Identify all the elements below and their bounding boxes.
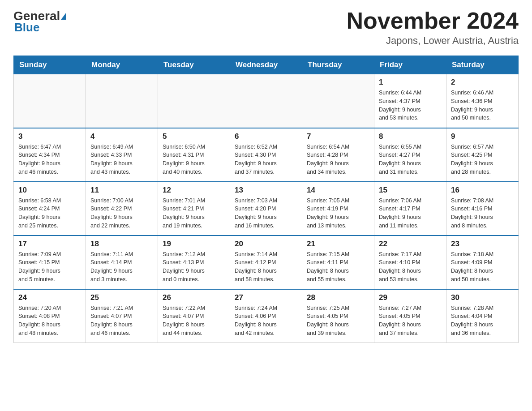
day-number: 19 xyxy=(163,240,225,248)
day-info: Sunrise: 7:28 AM Sunset: 4:04 PM Dayligh… xyxy=(451,304,514,338)
day-number: 2 xyxy=(451,78,514,87)
calendar-cell: 20Sunrise: 7:14 AM Sunset: 4:12 PM Dayli… xyxy=(230,235,302,289)
calendar-cell: 26Sunrise: 7:22 AM Sunset: 4:07 PM Dayli… xyxy=(158,289,230,343)
day-info: Sunrise: 6:58 AM Sunset: 4:24 PM Dayligh… xyxy=(18,197,81,230)
logo-blue: Blue xyxy=(13,21,39,34)
calendar-cell: 30Sunrise: 7:28 AM Sunset: 4:04 PM Dayli… xyxy=(446,289,519,343)
calendar-cell: 14Sunrise: 7:05 AM Sunset: 4:19 PM Dayli… xyxy=(302,182,374,235)
calendar-week-row: 3Sunrise: 6:47 AM Sunset: 4:34 PM Daylig… xyxy=(14,128,519,182)
calendar-cell: 10Sunrise: 6:58 AM Sunset: 4:24 PM Dayli… xyxy=(14,182,86,235)
day-info: Sunrise: 7:11 AM Sunset: 4:14 PM Dayligh… xyxy=(90,250,153,284)
day-number: 12 xyxy=(163,186,225,195)
calendar-cell: 19Sunrise: 7:12 AM Sunset: 4:13 PM Dayli… xyxy=(158,235,230,289)
weekday-header-sunday: Sunday xyxy=(14,56,86,74)
day-info: Sunrise: 6:52 AM Sunset: 4:30 PM Dayligh… xyxy=(235,143,297,176)
day-info: Sunrise: 7:00 AM Sunset: 4:22 PM Dayligh… xyxy=(90,197,153,230)
calendar-cell: 21Sunrise: 7:15 AM Sunset: 4:11 PM Dayli… xyxy=(302,235,374,289)
day-info: Sunrise: 7:09 AM Sunset: 4:15 PM Dayligh… xyxy=(18,250,81,284)
calendar-cell: 25Sunrise: 7:21 AM Sunset: 4:07 PM Dayli… xyxy=(86,289,158,343)
calendar-week-row: 17Sunrise: 7:09 AM Sunset: 4:15 PM Dayli… xyxy=(14,235,519,289)
calendar-cell xyxy=(14,74,86,128)
calendar-cell xyxy=(86,74,158,128)
day-info: Sunrise: 7:14 AM Sunset: 4:12 PM Dayligh… xyxy=(235,250,297,284)
calendar-cell: 7Sunrise: 6:54 AM Sunset: 4:28 PM Daylig… xyxy=(302,128,374,182)
calendar-cell: 12Sunrise: 7:01 AM Sunset: 4:21 PM Dayli… xyxy=(158,182,230,235)
calendar-cell: 5Sunrise: 6:50 AM Sunset: 4:31 PM Daylig… xyxy=(158,128,230,182)
day-info: Sunrise: 7:06 AM Sunset: 4:17 PM Dayligh… xyxy=(379,197,442,230)
day-number: 21 xyxy=(307,240,369,248)
calendar-cell: 4Sunrise: 6:49 AM Sunset: 4:33 PM Daylig… xyxy=(86,128,158,182)
day-number: 20 xyxy=(235,240,297,248)
day-number: 10 xyxy=(18,186,81,195)
day-number: 27 xyxy=(235,293,297,302)
day-info: Sunrise: 7:05 AM Sunset: 4:19 PM Dayligh… xyxy=(307,197,369,230)
day-number: 11 xyxy=(90,186,153,195)
calendar-cell: 15Sunrise: 7:06 AM Sunset: 4:17 PM Dayli… xyxy=(374,182,446,235)
calendar-cell: 17Sunrise: 7:09 AM Sunset: 4:15 PM Dayli… xyxy=(14,235,86,289)
day-number: 25 xyxy=(90,293,153,302)
calendar-week-row: 10Sunrise: 6:58 AM Sunset: 4:24 PM Dayli… xyxy=(14,182,519,235)
day-info: Sunrise: 7:22 AM Sunset: 4:07 PM Dayligh… xyxy=(163,304,225,338)
header: General Blue November 2024 Japons, Lower… xyxy=(13,9,519,47)
calendar-cell: 13Sunrise: 7:03 AM Sunset: 4:20 PM Dayli… xyxy=(230,182,302,235)
calendar-cell: 18Sunrise: 7:11 AM Sunset: 4:14 PM Dayli… xyxy=(86,235,158,289)
calendar-cell: 23Sunrise: 7:18 AM Sunset: 4:09 PM Dayli… xyxy=(446,235,519,289)
day-number: 26 xyxy=(163,293,225,302)
day-info: Sunrise: 6:54 AM Sunset: 4:28 PM Dayligh… xyxy=(307,143,369,176)
day-number: 24 xyxy=(18,293,81,302)
weekday-header-monday: Monday xyxy=(86,56,158,74)
day-info: Sunrise: 7:01 AM Sunset: 4:21 PM Dayligh… xyxy=(163,197,225,230)
weekday-header-wednesday: Wednesday xyxy=(230,56,302,74)
weekday-header-saturday: Saturday xyxy=(446,56,519,74)
day-info: Sunrise: 6:46 AM Sunset: 4:36 PM Dayligh… xyxy=(451,89,514,122)
calendar-cell: 6Sunrise: 6:52 AM Sunset: 4:30 PM Daylig… xyxy=(230,128,302,182)
day-number: 9 xyxy=(451,132,514,141)
day-info: Sunrise: 6:47 AM Sunset: 4:34 PM Dayligh… xyxy=(18,143,81,176)
calendar-cell: 2Sunrise: 6:46 AM Sunset: 4:36 PM Daylig… xyxy=(446,74,519,128)
calendar-week-row: 1Sunrise: 6:44 AM Sunset: 4:37 PM Daylig… xyxy=(14,74,519,128)
day-info: Sunrise: 7:15 AM Sunset: 4:11 PM Dayligh… xyxy=(307,250,369,284)
calendar-cell: 22Sunrise: 7:17 AM Sunset: 4:10 PM Dayli… xyxy=(374,235,446,289)
calendar-cell: 3Sunrise: 6:47 AM Sunset: 4:34 PM Daylig… xyxy=(14,128,86,182)
day-number: 16 xyxy=(451,186,514,195)
day-info: Sunrise: 6:50 AM Sunset: 4:31 PM Dayligh… xyxy=(163,143,225,176)
calendar-cell: 24Sunrise: 7:20 AM Sunset: 4:08 PM Dayli… xyxy=(14,289,86,343)
calendar-cell: 9Sunrise: 6:57 AM Sunset: 4:25 PM Daylig… xyxy=(446,128,519,182)
day-number: 3 xyxy=(18,132,81,141)
day-number: 6 xyxy=(235,132,297,141)
day-number: 5 xyxy=(163,132,225,141)
calendar-cell: 29Sunrise: 7:27 AM Sunset: 4:05 PM Dayli… xyxy=(374,289,446,343)
calendar-table: SundayMondayTuesdayWednesdayThursdayFrid… xyxy=(13,56,519,343)
weekday-header-tuesday: Tuesday xyxy=(158,56,230,74)
day-info: Sunrise: 6:55 AM Sunset: 4:27 PM Dayligh… xyxy=(379,143,442,176)
day-info: Sunrise: 6:44 AM Sunset: 4:37 PM Dayligh… xyxy=(379,89,442,122)
day-number: 23 xyxy=(451,240,514,248)
day-number: 14 xyxy=(307,186,369,195)
calendar-cell: 1Sunrise: 6:44 AM Sunset: 4:37 PM Daylig… xyxy=(374,74,446,128)
day-info: Sunrise: 7:03 AM Sunset: 4:20 PM Dayligh… xyxy=(235,197,297,230)
calendar-week-row: 24Sunrise: 7:20 AM Sunset: 4:08 PM Dayli… xyxy=(14,289,519,343)
day-number: 7 xyxy=(307,132,369,141)
day-info: Sunrise: 7:21 AM Sunset: 4:07 PM Dayligh… xyxy=(90,304,153,338)
month-year-title: November 2024 xyxy=(347,9,519,32)
calendar-cell xyxy=(230,74,302,128)
weekday-header-friday: Friday xyxy=(374,56,446,74)
title-area: November 2024 Japons, Lower Austria, Aus… xyxy=(347,9,519,47)
calendar-cell: 16Sunrise: 7:08 AM Sunset: 4:16 PM Dayli… xyxy=(446,182,519,235)
location-subtitle: Japons, Lower Austria, Austria xyxy=(347,35,519,47)
day-info: Sunrise: 7:25 AM Sunset: 4:05 PM Dayligh… xyxy=(307,304,369,338)
calendar-cell: 28Sunrise: 7:25 AM Sunset: 4:05 PM Dayli… xyxy=(302,289,374,343)
day-info: Sunrise: 7:12 AM Sunset: 4:13 PM Dayligh… xyxy=(163,250,225,284)
day-number: 15 xyxy=(379,186,442,195)
day-info: Sunrise: 7:17 AM Sunset: 4:10 PM Dayligh… xyxy=(379,250,442,284)
calendar-cell: 8Sunrise: 6:55 AM Sunset: 4:27 PM Daylig… xyxy=(374,128,446,182)
day-number: 28 xyxy=(307,293,369,302)
logo-triangle-icon xyxy=(61,13,66,20)
weekday-header-row: SundayMondayTuesdayWednesdayThursdayFrid… xyxy=(14,56,519,74)
day-info: Sunrise: 7:18 AM Sunset: 4:09 PM Dayligh… xyxy=(451,250,514,284)
day-number: 4 xyxy=(90,132,153,141)
calendar-cell xyxy=(158,74,230,128)
day-number: 18 xyxy=(90,240,153,248)
day-info: Sunrise: 7:08 AM Sunset: 4:16 PM Dayligh… xyxy=(451,197,514,230)
day-number: 13 xyxy=(235,186,297,195)
